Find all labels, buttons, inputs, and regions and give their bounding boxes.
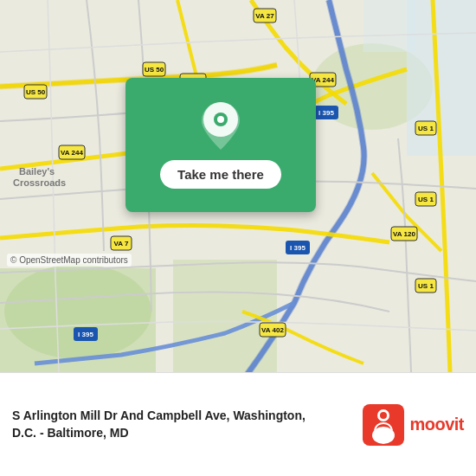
address-section: S Arlington Mill Dr And Campbell Ave, Wa… — [12, 408, 354, 441]
take-me-there-button[interactable]: Take me there — [160, 160, 281, 189]
address-line2: D.C. - Baltimore, MD — [12, 425, 354, 442]
svg-point-42 — [217, 116, 224, 123]
svg-rect-5 — [363, 0, 415, 52]
moovit-icon — [363, 404, 404, 446]
copyright-text: © OpenStreetMap contributors — [7, 254, 132, 267]
svg-text:I 395: I 395 — [78, 331, 93, 338]
moovit-logo: moovit — [363, 404, 464, 446]
map-container: Bailey's Crossroads US 50 US 50 VA 27 VA… — [0, 0, 476, 372]
svg-text:Crossroads: Crossroads — [13, 177, 66, 188]
svg-text:US 1: US 1 — [418, 282, 434, 290]
svg-text:US 50: US 50 — [26, 88, 46, 96]
svg-text:US 50: US 50 — [145, 66, 164, 74]
svg-text:VA 120: VA 120 — [393, 230, 415, 238]
svg-text:VA 27: VA 27 — [255, 12, 274, 20]
address-line1: S Arlington Mill Dr And Campbell Ave, Wa… — [12, 408, 354, 425]
svg-text:VA 244: VA 244 — [61, 149, 83, 157]
svg-text:I 395: I 395 — [318, 109, 334, 117]
svg-text:US 1: US 1 — [418, 196, 434, 203]
svg-text:VA 402: VA 402 — [261, 326, 284, 334]
svg-point-46 — [380, 412, 387, 419]
location-pin-icon — [202, 102, 240, 150]
svg-point-1 — [4, 264, 151, 359]
svg-text:Bailey's: Bailey's — [19, 166, 55, 177]
svg-text:I 395: I 395 — [290, 244, 306, 252]
moovit-brand-text: moovit — [409, 415, 464, 434]
location-card[interactable]: Take me there — [125, 78, 316, 212]
info-bar: S Arlington Mill Dr And Campbell Ave, Wa… — [0, 372, 476, 476]
svg-text:VA 7: VA 7 — [114, 240, 129, 248]
svg-text:US 1: US 1 — [418, 125, 434, 132]
